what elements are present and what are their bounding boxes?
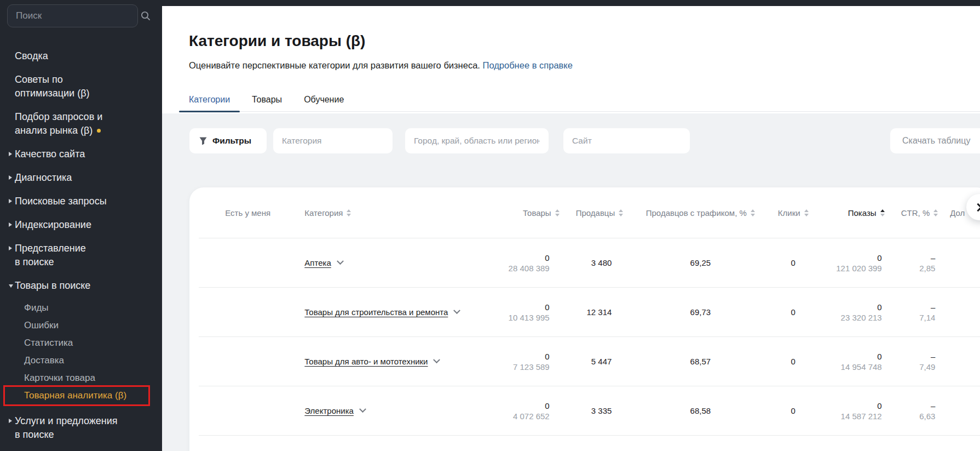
sort-down-icon (555, 214, 560, 216)
cell-impressions: 023 320 213 (819, 288, 887, 336)
cell-clicks: 0 (767, 238, 819, 287)
table-row: Аптека028 408 3893 48069,2500121 020 399… (199, 238, 980, 288)
sidebar-item[interactable]: Представление в поиске (0, 242, 162, 269)
sidebar-item[interactable]: Подбор запросов и анализ рынка (β) (0, 110, 162, 138)
cell-products: 07 123 589 (486, 337, 563, 386)
download-table-button[interactable]: Скачать таблицу (890, 128, 980, 153)
sort-icon[interactable] (751, 209, 755, 216)
products-value-secondary: 7 123 589 (513, 362, 550, 372)
cell-sellers: 5 447 (563, 337, 634, 386)
column-header: Категория (297, 187, 486, 238)
search-input[interactable] (8, 10, 140, 21)
sidebar-item-label: Статистика (24, 338, 73, 348)
category-link[interactable]: Аптека (304, 258, 331, 267)
cell-impressions: 0121 020 399 (819, 238, 887, 287)
chevron-collapsed-icon[interactable] (9, 199, 12, 203)
chevron-collapsed-icon[interactable] (9, 175, 12, 180)
filters-button[interactable]: Фильтры (189, 128, 267, 153)
sidebar-item-label: Услуги и предложения в поиске (15, 415, 118, 440)
sort-up-icon (751, 209, 755, 212)
impressions-value: 014 954 748 (841, 351, 882, 372)
column-header: Товары (486, 187, 563, 238)
sort-icon[interactable] (880, 209, 885, 216)
impressions-value: 0121 020 399 (836, 253, 881, 273)
impressions-value-secondary: 14 587 212 (841, 411, 882, 421)
chevron-collapsed-icon[interactable] (9, 152, 12, 156)
table-header: Есть у меняКатегорияТоварыПродавцыПродав… (199, 187, 980, 238)
tab-categories[interactable]: Категории (179, 88, 240, 111)
column-header: Продавцов с трафиком, % (633, 187, 767, 238)
table-row: Товары для авто- и мототехники07 123 589… (199, 337, 980, 386)
sidebar: СводкаСоветы по оптимизации (β)Подбор за… (0, 0, 162, 451)
ctr-value: –7,14 (919, 302, 935, 323)
cell-sellers: 3 480 (563, 238, 634, 287)
sidebar-item[interactable]: Доставка (0, 352, 162, 369)
sidebar-item[interactable]: Товарная аналитика (β) (0, 387, 162, 404)
sidebar-item-label: Подбор запросов и анализ рынка (β) (15, 111, 102, 136)
main-content: Категории и товары (β) Оценивайте перспе… (162, 6, 980, 451)
ctr-value-primary: – (931, 253, 935, 263)
cell-products: 028 408 389 (486, 238, 563, 287)
chevron-collapsed-icon[interactable] (9, 246, 12, 250)
notification-dot (97, 129, 101, 133)
sidebar-item[interactable]: Карточки товара (0, 369, 162, 387)
sort-icon[interactable] (555, 209, 560, 216)
cell-sellers: 12 314 (563, 288, 634, 336)
chevron-down-icon[interactable] (337, 258, 344, 265)
cell-have (199, 386, 297, 435)
sidebar-search[interactable] (7, 4, 138, 27)
chevron-down-icon[interactable] (359, 406, 366, 413)
chevron-down-icon[interactable] (453, 307, 460, 314)
sort-icon[interactable] (347, 209, 351, 216)
cell-sellers-with-traffic: 69,25 (633, 238, 767, 287)
cell-category: Товары для авто- и мототехники (297, 337, 486, 386)
chevron-collapsed-icon[interactable] (9, 419, 12, 423)
column-header-label: Продавцы (576, 208, 615, 218)
chevron-expanded-icon[interactable] (9, 284, 13, 288)
subtitle-text: Оценивайте перспективные категории для р… (189, 60, 480, 70)
sidebar-item-label: Доставка (24, 355, 64, 366)
tab-education[interactable]: Обучение (294, 88, 354, 111)
sort-down-icon (880, 214, 885, 216)
sort-icon[interactable] (804, 209, 809, 216)
sidebar-item-label: Поисковые запросы (15, 196, 107, 207)
sidebar-item[interactable]: Качество сайта (0, 147, 162, 161)
sidebar-item[interactable]: Сводка (0, 49, 162, 63)
region-filter-input[interactable] (405, 128, 549, 153)
help-link[interactable]: Подробнее в справке (483, 60, 573, 70)
cell-products: 04 072 652 (486, 386, 563, 435)
chevron-down-icon[interactable] (434, 356, 441, 363)
sort-down-icon (933, 214, 938, 216)
sidebar-item-label: Представление в поиске (15, 243, 86, 267)
sidebar-item[interactable]: Ошибки (0, 317, 162, 334)
category-link[interactable]: Товары для авто- и мототехники (304, 357, 428, 366)
tab-products[interactable]: Товары (242, 88, 292, 111)
sellers-with-traffic-value: 68,58 (690, 406, 711, 415)
category-link[interactable]: Электроника (304, 406, 354, 415)
sidebar-item[interactable]: Диагностика (0, 171, 162, 185)
sidebar-item[interactable]: Индексирование (0, 218, 162, 232)
category-link[interactable]: Товары для строительства и ремонта (304, 307, 448, 317)
category-filter-input[interactable] (273, 128, 393, 153)
sidebar-item[interactable]: Статистика (0, 334, 162, 352)
chevron-collapsed-icon[interactable] (9, 222, 12, 227)
ctr-value: –7,49 (919, 351, 935, 372)
sellers-with-traffic-value: 68,57 (690, 357, 711, 366)
clicks-value: 0 (791, 406, 795, 415)
column-header-label: Показы (848, 208, 877, 218)
sidebar-item[interactable]: Советы по оптимизации (β) (0, 73, 162, 100)
column-header-label: CTR, % (901, 208, 930, 218)
sidebar-item-label: Карточки товара (24, 373, 95, 383)
column-header-label: Категория (304, 208, 343, 218)
site-filter-input[interactable] (563, 128, 690, 153)
sidebar-item[interactable]: Фиды (0, 299, 162, 317)
ctr-value-secondary: 7,14 (919, 312, 935, 323)
sidebar-item[interactable]: Поисковые запросы (0, 195, 162, 208)
sort-icon[interactable] (933, 209, 938, 216)
impressions-value: 014 587 212 (841, 401, 882, 421)
sort-icon[interactable] (619, 209, 623, 216)
column-header-label: Товары (523, 208, 551, 218)
clicks-value: 0 (791, 258, 795, 267)
sidebar-item[interactable]: Услуги и предложения в поиске (0, 414, 162, 442)
sidebar-item[interactable]: Товары в поиске (0, 279, 162, 293)
